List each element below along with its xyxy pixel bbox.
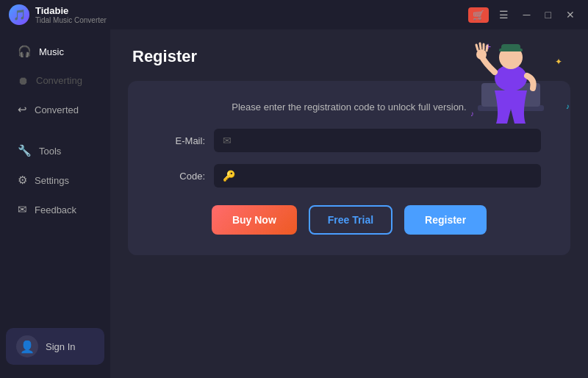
svg-text:✦: ✦ [555, 57, 562, 67]
code-input-wrap: 🔑 [214, 164, 541, 188]
app-subtitle: Tidal Music Converter [35, 16, 107, 24]
sidebar-bottom: 👤 Sign In [0, 322, 110, 371]
menu-icon[interactable]: ☰ [495, 7, 513, 22]
sidebar-item-music[interactable]: 🎧 Music [6, 38, 104, 65]
sidebar-item-tools[interactable]: 🔧 Tools [6, 137, 104, 165]
cart-icon[interactable]: 🛒 [468, 7, 489, 23]
code-row: Code: 🔑 [157, 164, 541, 188]
sidebar-item-converting: ⏺ Converting [6, 67, 104, 94]
code-label: Code: [157, 171, 205, 182]
sidebar-label-feedback: Feedback [35, 204, 76, 215]
sidebar-label-tools: Tools [39, 146, 61, 157]
app-title-block: Tidabie Tidal Music Converter [35, 5, 107, 24]
key-icon: 🔑 [223, 170, 235, 182]
main-layout: 🎧 Music ⏺ Converting ↩ Converted 🔧 Tools… [0, 29, 588, 378]
svg-line-13 [480, 43, 481, 49]
svg-line-15 [487, 46, 487, 51]
sidebar-label-converted: Converted [35, 104, 79, 115]
register-illustration: + ✦ ♪ ♪ ♪ [441, 35, 581, 142]
sidebar-item-feedback[interactable]: ✉ Feedback [6, 196, 104, 224]
form-buttons: Buy Now Free Trial Register [157, 205, 541, 235]
free-trial-button[interactable]: Free Trial [309, 205, 392, 235]
app-logo: 🎵 [9, 4, 29, 25]
content-area: + ✦ ♪ ♪ ♪ [110, 29, 588, 378]
app-title: Tidabie [35, 5, 107, 16]
converting-icon: ⏺ [18, 74, 29, 87]
sign-in-label: Sign In [46, 341, 75, 352]
email-label: E-Mail: [157, 135, 205, 146]
settings-icon: ⚙ [18, 174, 27, 187]
register-button[interactable]: Register [404, 205, 487, 235]
minimize-icon[interactable]: ─ [519, 7, 535, 22]
svg-text:♪: ♪ [566, 102, 570, 110]
svg-rect-10 [499, 49, 523, 51]
code-input[interactable] [241, 171, 532, 182]
illustration-area: + ✦ ♪ ♪ ♪ [441, 35, 581, 142]
buy-now-button[interactable]: Buy Now [212, 205, 297, 235]
feedback-icon: ✉ [18, 203, 27, 216]
register-title: Register [132, 47, 197, 66]
svg-line-12 [476, 45, 478, 50]
close-icon[interactable]: ✕ [562, 7, 579, 22]
music-icon: 🎧 [18, 45, 32, 58]
email-icon: ✉ [223, 135, 232, 146]
sidebar-label-music: Music [39, 46, 64, 57]
tools-icon: 🔧 [18, 144, 32, 157]
sidebar-item-converted[interactable]: ↩ Converted [6, 96, 104, 124]
sidebar-label-settings: Settings [35, 175, 69, 186]
svg-text:♪: ♪ [470, 110, 474, 118]
sign-in-button[interactable]: 👤 Sign In [6, 328, 104, 365]
sidebar: 🎧 Music ⏺ Converting ↩ Converted 🔧 Tools… [0, 29, 110, 378]
titlebar: 🎵 Tidabie Tidal Music Converter 🛒 ☰ ─ □ … [0, 0, 588, 29]
window-controls: 🛒 ☰ ─ □ ✕ [468, 7, 579, 23]
sidebar-item-settings[interactable]: ⚙ Settings [6, 166, 104, 194]
converted-icon: ↩ [18, 103, 27, 116]
maximize-icon[interactable]: □ [541, 7, 556, 22]
user-avatar: 👤 [16, 335, 38, 357]
sidebar-label-converting: Converting [36, 75, 82, 86]
